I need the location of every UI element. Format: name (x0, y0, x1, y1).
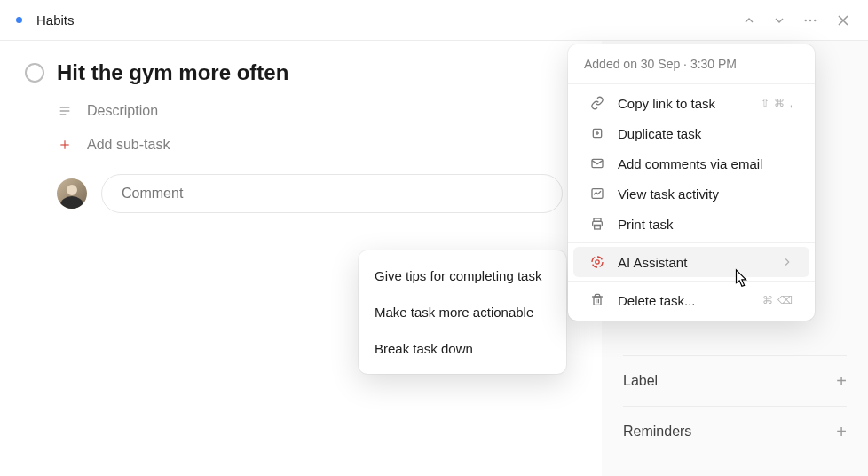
header-bar: Habits (0, 0, 868, 41)
submenu-break-down[interactable]: Break task down (359, 330, 566, 367)
sidebar-item-text: Reminders (623, 424, 691, 440)
plus-icon[interactable]: + (836, 423, 847, 440)
description-label: Description (87, 103, 158, 119)
more-icon[interactable] (802, 12, 818, 28)
add-subtask-label: Add sub-task (87, 137, 170, 153)
chevron-right-icon (781, 256, 793, 268)
complete-checkbox[interactable] (25, 63, 44, 83)
svg-point-18 (596, 260, 599, 264)
sidebar-item-reminders[interactable]: Reminders + (623, 406, 847, 456)
task-title[interactable]: Hit the gym more often (57, 60, 288, 85)
plus-icon (57, 139, 73, 151)
menu-view-activity[interactable]: View task activity (573, 178, 809, 209)
menu-label: AI Assistant (618, 255, 769, 270)
menu-comments-email[interactable]: Add comments via email (573, 148, 809, 178)
svg-rect-19 (594, 297, 601, 305)
added-on-text: Added on 30 Sep · 3:30 PM (568, 57, 815, 80)
menu-label: Copy link to task (618, 96, 748, 111)
svg-point-2 (814, 19, 816, 20)
menu-label: Delete task... (618, 293, 750, 308)
divider (568, 281, 815, 282)
breadcrumb[interactable]: Habits (36, 12, 742, 28)
context-menu: Added on 30 Sep · 3:30 PM Copy link to t… (568, 44, 815, 321)
menu-copy-link[interactable]: Copy link to task ⇧ ⌘ , (573, 88, 809, 118)
trash-icon (589, 292, 605, 308)
shortcut: ⇧ ⌘ , (761, 97, 793, 109)
submenu-give-tips[interactable]: Give tips for completing task (359, 258, 566, 294)
shortcut: ⌘ ⌫ (762, 294, 793, 306)
sidebar-item-label[interactable]: Label + (623, 355, 847, 406)
sidebar-item-text: Label (623, 373, 658, 389)
menu-label: Print task (618, 217, 793, 232)
submenu-make-actionable[interactable]: Make task more actionable (359, 294, 566, 330)
divider (568, 83, 815, 84)
print-icon (589, 216, 605, 232)
mail-icon (589, 155, 605, 171)
plus-icon[interactable]: + (836, 372, 847, 390)
svg-point-0 (805, 19, 807, 20)
divider (568, 242, 815, 243)
ai-submenu: Give tips for completing task Make task … (359, 250, 566, 374)
ai-assistant-icon (589, 254, 605, 270)
menu-ai-assistant[interactable]: AI Assistant (573, 247, 809, 277)
chevron-up-icon[interactable] (742, 13, 756, 28)
avatar[interactable] (57, 178, 87, 209)
header-actions (742, 12, 852, 29)
close-icon[interactable] (834, 12, 852, 29)
duplicate-icon (589, 125, 605, 141)
comment-input[interactable] (101, 174, 563, 213)
menu-label: Duplicate task (618, 126, 793, 141)
menu-label: View task activity (618, 186, 793, 202)
activity-icon (589, 186, 605, 202)
menu-duplicate[interactable]: Duplicate task (573, 118, 809, 148)
menu-label: Add comments via email (618, 156, 793, 171)
link-icon (589, 95, 605, 111)
project-color-dot (16, 17, 22, 23)
menu-print[interactable]: Print task (573, 209, 809, 239)
chevron-down-icon[interactable] (772, 13, 786, 28)
menu-delete[interactable]: Delete task... ⌘ ⌫ (573, 285, 809, 315)
description-icon (57, 104, 73, 118)
svg-point-1 (809, 19, 811, 20)
